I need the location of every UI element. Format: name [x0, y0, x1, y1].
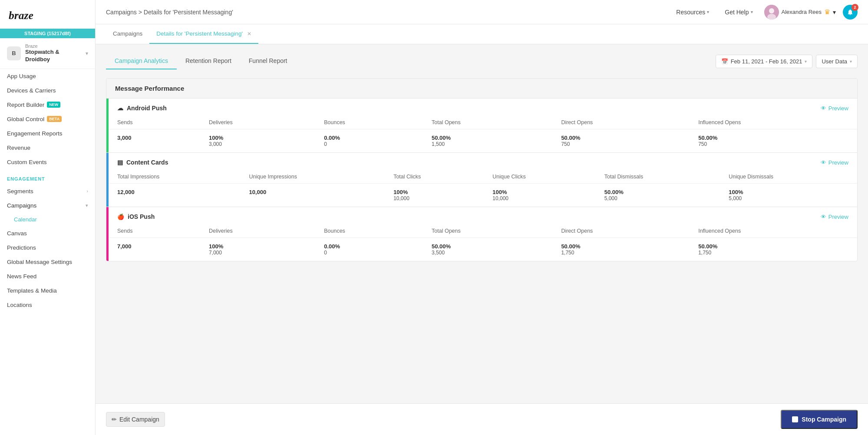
- sidebar-item-global-message-settings[interactable]: Global Message Settings: [0, 255, 95, 269]
- date-picker-button[interactable]: 📅 Feb 11, 2021 - Feb 16, 2021 ▾: [716, 55, 813, 68]
- content-cards-icon: ▤: [117, 159, 123, 166]
- deliveries-value: 100% 7,000: [200, 238, 315, 261]
- chevron-down-icon: ▾: [833, 9, 836, 16]
- subtab-campaign-analytics[interactable]: Campaign Analytics: [106, 53, 177, 69]
- sidebar-item-report-builder[interactable]: Report Builder NEW: [0, 98, 95, 112]
- subtab-row: Campaign Analytics Retention Report Funn…: [106, 53, 858, 69]
- ios-push-title-row: 🍎 iOS Push 👁 Preview: [109, 207, 857, 224]
- col-unique-clicks: Unique Clicks: [484, 170, 595, 184]
- android-push-preview-link[interactable]: 👁 Preview: [821, 105, 848, 112]
- content-area: Campaign Analytics Retention Report Funn…: [96, 44, 868, 403]
- tabbar: Campaigns Details for 'Persistent Messag…: [96, 24, 868, 44]
- sidebar-item-templates-media[interactable]: Templates & Media: [0, 283, 95, 298]
- resources-button[interactable]: Resources ▾: [672, 6, 713, 18]
- main-content: Campaigns > Details for 'Persistent Mess…: [96, 0, 868, 435]
- col-total-opens: Total Opens: [423, 116, 552, 129]
- chevron-down-icon: ▾: [805, 59, 807, 64]
- total-impressions-value: 12,000: [109, 184, 240, 207]
- arrow-right-icon: ›: [86, 188, 88, 194]
- user-profile[interactable]: Alexandra Rees ♛ ▾: [764, 5, 836, 20]
- col-influenced-opens: Influenced Opens: [690, 224, 857, 238]
- sidebar-item-global-control[interactable]: Global Control BETA: [0, 112, 95, 126]
- user-data-button[interactable]: User Data ▾: [816, 55, 858, 68]
- sidebar-item-predictions[interactable]: Predictions: [0, 241, 95, 255]
- unique-impressions-value: 10,000: [240, 184, 385, 207]
- col-total-impressions: Total Impressions: [109, 170, 240, 184]
- content-cards-stats-table: Total Impressions Unique Impressions Tot…: [109, 170, 857, 207]
- content-cards-preview-link[interactable]: 👁 Preview: [821, 159, 848, 166]
- col-sends: Sends: [109, 116, 200, 129]
- sidebar-item-news-feed[interactable]: News Feed: [0, 269, 95, 283]
- tab-details[interactable]: Details for 'Persistent Messaging' ✕: [149, 24, 258, 44]
- sidebar-item-segments[interactable]: Segments ›: [0, 184, 95, 198]
- col-direct-opens: Direct Opens: [552, 224, 690, 238]
- sidebar-item-locations[interactable]: Locations: [0, 298, 95, 312]
- table-row: 3,000 100% 3,000 0.00% 0: [109, 129, 857, 153]
- crown-icon: ♛: [824, 8, 830, 16]
- eye-icon: 👁: [821, 159, 826, 166]
- chevron-down-icon: ▾: [751, 10, 753, 14]
- android-push-body: ☁ Android Push 👁 Preview Sends Deliv: [109, 99, 857, 152]
- bounces-value: 0.00% 0: [315, 129, 423, 153]
- content-cards-channel: ▤ Content Cards 👁 Preview Total Impressi…: [106, 153, 857, 207]
- svg-point-2: [769, 8, 774, 13]
- influenced-opens-value: 50.00% 750: [690, 129, 857, 153]
- chevron-down-icon: ▾: [850, 59, 852, 64]
- table-row: 7,000 100% 7,000 0.00% 0: [109, 238, 857, 261]
- sidebar: braze STAGING (15217d8f) B Braze Stopwat…: [0, 0, 96, 435]
- direct-opens-value: 50.00% 750: [552, 129, 690, 153]
- beta-badge: BETA: [47, 116, 62, 122]
- edit-campaign-button[interactable]: ✏ Edit Campaign: [106, 412, 165, 427]
- unique-dismissals-value: 100% 5,000: [720, 184, 857, 207]
- col-total-opens: Total Opens: [423, 224, 552, 238]
- col-total-clicks: Total Clicks: [385, 170, 484, 184]
- tab-campaigns[interactable]: Campaigns: [106, 24, 149, 44]
- sidebar-sub-item-calendar[interactable]: Calendar: [0, 213, 95, 226]
- sidebar-item-engagement-reports[interactable]: Engagement Reports: [0, 126, 95, 141]
- subtab-funnel-report[interactable]: Funnel Report: [240, 53, 296, 69]
- sidebar-item-app-usage[interactable]: App Usage: [0, 69, 95, 83]
- ios-push-preview-link[interactable]: 👁 Preview: [821, 214, 848, 220]
- sends-value: 7,000: [109, 238, 200, 261]
- sidebar-item-campaigns[interactable]: Campaigns ▾: [0, 198, 95, 213]
- subtabs: Campaign Analytics Retention Report Funn…: [106, 53, 296, 69]
- sidebar-item-custom-events[interactable]: Custom Events: [0, 155, 95, 169]
- chevron-down-icon: ▾: [707, 10, 709, 14]
- col-bounces: Bounces: [315, 116, 423, 129]
- stop-campaign-button[interactable]: Stop Campaign: [781, 410, 858, 429]
- col-deliveries: Deliveries: [200, 116, 315, 129]
- android-push-icon: ☁: [117, 105, 123, 112]
- col-direct-opens: Direct Opens: [552, 116, 690, 129]
- subtab-retention-report[interactable]: Retention Report: [177, 53, 240, 69]
- logo: braze: [0, 0, 95, 29]
- eye-icon: 👁: [821, 214, 826, 220]
- sidebar-item-canvas[interactable]: Canvas: [0, 226, 95, 241]
- col-influenced-opens: Influenced Opens: [690, 116, 857, 129]
- sidebar-item-devices-carriers[interactable]: Devices & Carriers: [0, 83, 95, 98]
- close-icon[interactable]: ✕: [247, 31, 251, 37]
- android-push-title: ☁ Android Push: [117, 105, 167, 112]
- content-cards-title: ▤ Content Cards: [117, 159, 168, 166]
- deliveries-value: 100% 3,000: [200, 129, 315, 153]
- unique-clicks-value: 100% 10,000: [484, 184, 595, 207]
- col-sends: Sends: [109, 224, 200, 238]
- table-row: 12,000 10,000 100% 10,000: [109, 184, 857, 207]
- workspace-selector[interactable]: B Braze Stopwatch & Droidboy ▾: [0, 38, 95, 69]
- breadcrumb: Campaigns > Details for 'Persistent Mess…: [106, 9, 233, 16]
- notification-bell[interactable]: 2: [843, 5, 858, 20]
- ios-push-title: 🍎 iOS Push: [117, 213, 155, 220]
- col-unique-impressions: Unique Impressions: [240, 170, 385, 184]
- ios-push-stats-table: Sends Deliveries Bounces Total Opens Dir…: [109, 224, 857, 261]
- direct-opens-value: 50.00% 1,750: [552, 238, 690, 261]
- bounces-value: 0.00% 0: [315, 238, 423, 261]
- user-name: Alexandra Rees: [782, 9, 822, 15]
- svg-text:braze: braze: [9, 9, 33, 22]
- notification-count: 2: [851, 4, 858, 11]
- col-bounces: Bounces: [315, 224, 423, 238]
- android-push-channel: ☁ Android Push 👁 Preview Sends Deliv: [106, 99, 857, 153]
- eye-icon: 👁: [821, 105, 826, 112]
- workspace-brand: Braze: [25, 43, 86, 49]
- sidebar-item-revenue[interactable]: Revenue: [0, 141, 95, 155]
- get-help-button[interactable]: Get Help ▾: [720, 6, 757, 18]
- workspace-info: Braze Stopwatch & Droidboy: [25, 43, 86, 63]
